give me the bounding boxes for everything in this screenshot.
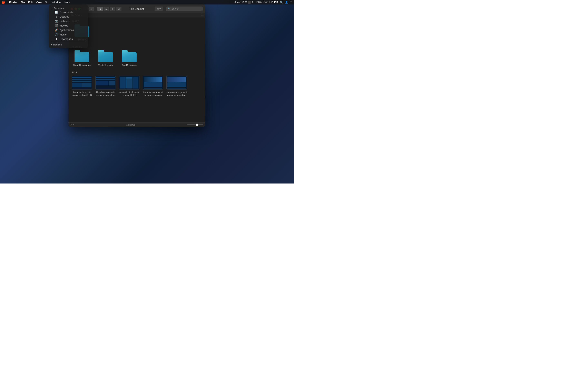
clock: Fri 12:21 PM <box>264 1 278 4</box>
column-view-button[interactable]: ⫾ <box>110 7 115 11</box>
statusbar: ⚙ ▾ 14 items <box>68 122 205 127</box>
menu-icon[interactable]: ☰ <box>290 1 292 4</box>
file-3-thumb <box>119 76 139 90</box>
thumb-detail <box>120 77 139 89</box>
status-left: ⚙ ▾ <box>70 123 74 126</box>
folder-vector-images-label: Vector Images <box>98 64 113 67</box>
today-grid: Receipts <box>68 24 205 43</box>
today-section-label: Today <box>68 17 205 24</box>
sidebar-item-label: Pictures <box>60 20 69 23</box>
search-icon[interactable]: 🔍 <box>280 1 283 4</box>
help-menu[interactable]: Help <box>65 1 70 4</box>
folder-word-documents[interactable]: Word Documents <box>72 50 92 67</box>
content-area: Today Receipts February Word Documents <box>68 17 205 122</box>
zoom-slider[interactable] <box>187 124 203 125</box>
movies-icon: 🎬 <box>55 24 58 27</box>
favorites-label: Favorites <box>54 7 64 9</box>
search-input[interactable]: Search <box>172 7 201 10</box>
sidebar-item-applications[interactable]: 🚀 Applications <box>50 28 87 32</box>
battery-indicator: 100% <box>256 1 262 4</box>
apple-menu[interactable]: 🍎 <box>2 1 5 4</box>
finder-window: ‹ › ⊞ ☰ ⫾ ⊟ ⊛ ▾ 🔍 Search File Cabinet Fi… <box>68 4 205 127</box>
titlebar: ‹ › ⊞ ☰ ⫾ ⊟ ⊛ ▾ 🔍 Search File Cabinet <box>68 4 205 13</box>
go-menu[interactable]: Go <box>45 1 48 4</box>
stack-icon: ⊛ <box>157 7 159 10</box>
folder-vector-images[interactable]: Vector Images <box>95 50 116 67</box>
sidebar-divider <box>51 42 86 42</box>
finder-menu[interactable]: Finder <box>9 1 17 4</box>
view-menu[interactable]: View <box>36 1 42 4</box>
file-4[interactable]: fcpromacscreenshotarrowpo...ttonjpeg <box>143 76 163 97</box>
thumb-detail <box>143 77 163 89</box>
pictures-icon: 📷 <box>55 19 58 23</box>
sidebar-item-label: Desktop <box>60 15 69 18</box>
sidebar-item-downloads[interactable]: ⬇ Downloads <box>50 37 87 41</box>
menubar: 🍎 Finder File Edit View Go Window Help ⊞… <box>0 0 294 4</box>
items-count: 14 items <box>126 124 135 126</box>
sidebar-item-documents[interactable]: 📄 Documents <box>50 10 87 14</box>
sidebar-item-pictures[interactable]: 📷 Pictures <box>50 19 87 23</box>
sidebar-item-music[interactable]: 🎵 Music <box>50 32 87 37</box>
sidebar-item-label: Downloads <box>60 38 73 41</box>
folder-app-resources[interactable]: App Resources <box>119 50 139 67</box>
folder-body <box>98 52 113 62</box>
year2018-grid: filecabinetprocustomization...ttonJPEG f… <box>68 75 205 99</box>
thumb-detail <box>96 77 115 89</box>
slider-track <box>187 124 203 125</box>
folder-body <box>122 52 137 62</box>
icon-view-button[interactable]: ⊞ <box>97 7 103 11</box>
desktop-icon: 🖥 <box>55 15 58 18</box>
search-icon: 🔍 <box>168 8 171 10</box>
documents-icon: 📄 <box>55 10 58 14</box>
thumb-detail <box>72 77 91 89</box>
folder-body <box>75 52 89 62</box>
devices-chevron: ▶ <box>51 44 52 46</box>
edit-menu[interactable]: Edit <box>28 1 33 4</box>
chevron-down-icon: ▾ <box>159 7 161 10</box>
file-5[interactable]: fcpromacscreenshotarrowpo...gebutton <box>166 76 187 97</box>
file-3[interactable]: customizetoolbarsscreenshotJPEG <box>119 76 139 97</box>
folder-app-resources-label: App Resources <box>121 64 137 67</box>
chevron-down-icon: ▾ <box>73 124 74 126</box>
list-view-button[interactable]: ☰ <box>104 7 109 11</box>
file-2-thumb <box>95 76 116 90</box>
pathbar: File Cabinet + <box>68 13 205 17</box>
folder-app-resources-icon <box>122 50 137 62</box>
gear-icon[interactable]: ⚙ <box>70 123 72 126</box>
applications-icon: 🚀 <box>55 28 58 32</box>
forward-button[interactable]: › <box>89 7 94 11</box>
sidebar-item-label: Applications <box>60 29 74 32</box>
file-menu[interactable]: File <box>21 1 25 4</box>
sidebar-item-desktop[interactable]: 🖥 Desktop <box>50 14 87 19</box>
file-2-label: filecabinetprocustomization...gebutton <box>95 91 116 97</box>
sidebar-item-label: Music <box>60 33 67 36</box>
add-tab-button[interactable]: + <box>201 13 203 17</box>
sidebar-item-label: Documents <box>60 11 73 14</box>
user-icon[interactable]: 👤 <box>285 1 288 4</box>
view-buttons: ⊞ ☰ ⫾ ⊟ <box>97 7 121 11</box>
devices-label: Devices <box>53 43 62 46</box>
sidebar-item-label: Movies <box>60 24 68 27</box>
year2018-section-label: 2018 <box>68 69 205 75</box>
window-menu[interactable]: Window <box>52 1 61 4</box>
slider-thumb[interactable] <box>196 124 198 126</box>
devices-section[interactable]: ▶ Devices <box>49 43 88 46</box>
action-button[interactable]: ⊛ ▾ <box>155 7 163 11</box>
thumb-detail <box>167 77 186 89</box>
gallery-view-button[interactable]: ⊟ <box>116 7 121 11</box>
file-5-thumb <box>166 76 187 90</box>
file-1-label: filecabinetprocustomization...ttonJPEG <box>72 91 92 97</box>
folder-word-documents-icon <box>75 50 89 62</box>
window-title: File Cabinet <box>130 7 144 10</box>
sidebar-item-movies[interactable]: 🎬 Movies <box>50 23 87 28</box>
favorites-section[interactable]: ▼ Favorites <box>49 7 88 10</box>
favorites-chevron: ▼ <box>51 7 53 9</box>
sidebar: ▼ Favorites 📄 Documents 🖥 Desktop 📷 Pict… <box>49 4 88 48</box>
february-section-label: February <box>68 43 205 49</box>
file-4-thumb <box>143 76 163 90</box>
music-icon: 🎵 <box>55 33 58 36</box>
file-2[interactable]: filecabinetprocustomization...gebutton <box>95 76 116 97</box>
file-1[interactable]: filecabinetprocustomization...ttonJPEG <box>72 76 92 97</box>
search-bar[interactable]: 🔍 Search <box>166 7 203 11</box>
downloads-icon: ⬇ <box>55 37 58 41</box>
